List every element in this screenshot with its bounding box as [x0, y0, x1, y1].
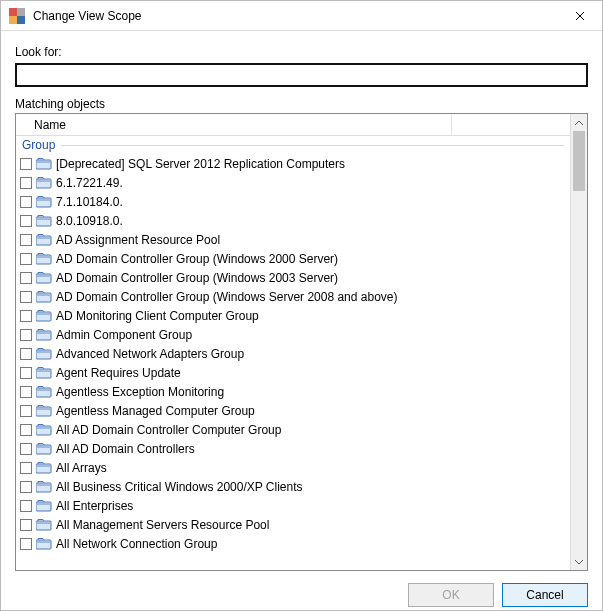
scroll-up-button[interactable] — [571, 114, 587, 131]
svg-rect-9 — [36, 331, 51, 340]
list-item[interactable]: 7.1.10184.0. — [16, 192, 570, 211]
group-icon — [36, 500, 52, 512]
close-icon — [575, 11, 585, 21]
item-checkbox[interactable] — [20, 500, 32, 512]
group-icon — [36, 443, 52, 455]
group-icon — [36, 272, 52, 284]
item-checkbox[interactable] — [20, 272, 32, 284]
item-label: 7.1.10184.0. — [56, 195, 123, 209]
look-for-input[interactable] — [15, 63, 588, 87]
item-checkbox[interactable] — [20, 405, 32, 417]
group-icon — [36, 405, 52, 417]
list-item[interactable]: AD Domain Controller Group (Windows 2003… — [16, 268, 570, 287]
column-header[interactable]: Name — [16, 114, 570, 136]
item-label: [Deprecated] SQL Server 2012 Replication… — [56, 157, 345, 171]
svg-rect-19 — [36, 521, 51, 530]
item-checkbox[interactable] — [20, 329, 32, 341]
item-label: All Management Servers Resource Pool — [56, 518, 269, 532]
list-item[interactable]: All Management Servers Resource Pool — [16, 515, 570, 534]
item-label: Agentless Exception Monitoring — [56, 385, 224, 399]
list-item[interactable]: All Arrays — [16, 458, 570, 477]
item-checkbox[interactable] — [20, 367, 32, 379]
item-checkbox[interactable] — [20, 234, 32, 246]
list-item[interactable]: AD Domain Controller Group (Windows 2000… — [16, 249, 570, 268]
item-label: 6.1.7221.49. — [56, 176, 123, 190]
list-item[interactable]: All Network Connection Group — [16, 534, 570, 553]
item-checkbox[interactable] — [20, 424, 32, 436]
item-checkbox[interactable] — [20, 348, 32, 360]
scroll-track[interactable] — [571, 131, 587, 553]
item-label: Agentless Managed Computer Group — [56, 404, 255, 418]
app-icon — [9, 8, 25, 24]
item-checkbox[interactable] — [20, 253, 32, 265]
item-checkbox[interactable] — [20, 538, 32, 550]
scroll-down-button[interactable] — [571, 553, 587, 570]
list-item[interactable]: Agentless Exception Monitoring — [16, 382, 570, 401]
list-item[interactable]: All AD Domain Controller Computer Group — [16, 420, 570, 439]
list-item[interactable]: 6.1.7221.49. — [16, 173, 570, 192]
svg-rect-10 — [36, 350, 51, 359]
item-checkbox[interactable] — [20, 215, 32, 227]
group-icon — [36, 177, 52, 189]
list-item[interactable]: All Enterprises — [16, 496, 570, 515]
item-checkbox[interactable] — [20, 196, 32, 208]
item-checkbox[interactable] — [20, 443, 32, 455]
dialog-content: Look for: Matching objects Name Group [D… — [1, 31, 602, 571]
list-item[interactable]: AD Monitoring Client Computer Group — [16, 306, 570, 325]
list-item[interactable]: [Deprecated] SQL Server 2012 Replication… — [16, 154, 570, 173]
svg-rect-16 — [36, 464, 51, 473]
list-item[interactable]: All Business Critical Windows 2000/XP Cl… — [16, 477, 570, 496]
group-header: Group — [16, 136, 570, 154]
item-checkbox[interactable] — [20, 158, 32, 170]
matching-objects-label: Matching objects — [15, 97, 588, 111]
list-item[interactable]: All AD Domain Controllers — [16, 439, 570, 458]
svg-rect-1 — [36, 179, 51, 188]
list-item[interactable]: AD Assignment Resource Pool — [16, 230, 570, 249]
look-for-label: Look for: — [15, 45, 588, 59]
chevron-up-icon — [575, 120, 583, 126]
cancel-button[interactable]: Cancel — [502, 583, 588, 607]
svg-rect-13 — [36, 407, 51, 416]
group-icon — [36, 291, 52, 303]
group-icon — [36, 329, 52, 341]
list-item[interactable]: 8.0.10918.0. — [16, 211, 570, 230]
item-checkbox[interactable] — [20, 386, 32, 398]
group-icon — [36, 367, 52, 379]
list-item[interactable]: Advanced Network Adapters Group — [16, 344, 570, 363]
item-label: AD Monitoring Client Computer Group — [56, 309, 259, 323]
matching-objects-list: Name Group [Deprecated] SQL Server 2012 … — [15, 113, 588, 571]
item-label: Admin Component Group — [56, 328, 192, 342]
group-icon — [36, 158, 52, 170]
group-icon — [36, 253, 52, 265]
item-checkbox[interactable] — [20, 177, 32, 189]
group-icon — [36, 462, 52, 474]
item-checkbox[interactable] — [20, 291, 32, 303]
ok-button[interactable]: OK — [408, 583, 494, 607]
item-label: AD Assignment Resource Pool — [56, 233, 220, 247]
list-item[interactable]: Agent Requires Update — [16, 363, 570, 382]
chevron-down-icon — [575, 559, 583, 565]
svg-rect-8 — [36, 312, 51, 321]
scroll-thumb[interactable] — [573, 131, 585, 191]
svg-rect-0 — [36, 160, 51, 169]
group-icon — [36, 215, 52, 227]
item-checkbox[interactable] — [20, 481, 32, 493]
vertical-scrollbar[interactable] — [570, 114, 587, 570]
list-item[interactable]: AD Domain Controller Group (Windows Serv… — [16, 287, 570, 306]
svg-rect-20 — [36, 540, 51, 549]
group-icon — [36, 481, 52, 493]
item-checkbox[interactable] — [20, 462, 32, 474]
item-label: AD Domain Controller Group (Windows Serv… — [56, 290, 398, 304]
item-label: 8.0.10918.0. — [56, 214, 123, 228]
close-button[interactable] — [557, 1, 602, 31]
svg-rect-7 — [36, 293, 51, 302]
item-label: All AD Domain Controller Computer Group — [56, 423, 281, 437]
item-checkbox[interactable] — [20, 519, 32, 531]
name-column-header[interactable]: Name — [32, 114, 452, 135]
item-checkbox[interactable] — [20, 310, 32, 322]
group-icon — [36, 234, 52, 246]
svg-rect-15 — [36, 445, 51, 454]
item-label: All Business Critical Windows 2000/XP Cl… — [56, 480, 303, 494]
list-item[interactable]: Agentless Managed Computer Group — [16, 401, 570, 420]
list-item[interactable]: Admin Component Group — [16, 325, 570, 344]
